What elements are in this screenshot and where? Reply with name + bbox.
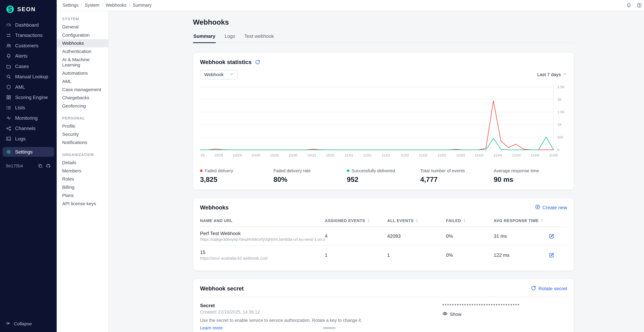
version-row: 9e175b4 [0,157,57,168]
stat-label: Total number of events [420,168,494,173]
stat-failed-delivery: Failed delivery3,825 [200,168,274,183]
channels-icon [6,126,11,131]
edit-webhook-button[interactable] [549,233,554,239]
settings-nav-item-webhooks[interactable]: Webhooks [57,39,108,47]
right-region: Settings/System/Webhooks/Summary SYSTEMG… [57,0,644,332]
sidebar-item-customers[interactable]: Customers [0,41,57,50]
refresh-statistics-button[interactable] [255,59,260,65]
sidebar-item-settings[interactable]: Settings [2,147,54,157]
settings-nav-item-members[interactable]: Members [57,167,108,175]
webhook-name: Perf Test Webhook [200,231,325,236]
rotate-secret-button[interactable]: Rotate secret [531,285,567,292]
settings-nav-item-security[interactable]: Security [57,130,108,139]
edit-icon [549,233,554,239]
settings-nav-item-details[interactable]: Details [57,159,108,167]
sidebar-item-dashboard[interactable]: Dashboard [0,20,57,30]
column-header-all-events[interactable]: ALL EVENTS [387,215,446,227]
settings-nav-item-roles[interactable]: Roles [57,175,108,183]
sidebar-item-lists[interactable]: Lists [0,103,57,113]
settings-nav-item-billing[interactable]: Billing [57,183,108,191]
stat-value: 80% [274,175,347,183]
dashboard-icon [6,22,11,28]
sidebar-item-label: Cases [15,64,29,69]
svg-text:11/02: 11/02 [400,153,409,157]
lists-icon [6,105,11,110]
breadcrumb-item-settings[interactable]: Settings [62,3,78,8]
create-new-label: Create new [542,205,567,210]
tab-logs[interactable]: Logs [224,32,236,43]
rotate-secret-label: Rotate secret [538,286,567,291]
table-row: Perf Test Webhookhttps://uqkge3deeyep7be… [200,227,567,246]
date-range-select[interactable]: Last 7 days [537,72,567,77]
version-label: 9e175b4 [6,164,23,168]
tab-summary[interactable]: Summary [193,32,216,43]
svg-text:10/30: 10/30 [252,153,260,157]
sidebar-item-channels[interactable]: Channels [0,124,57,133]
settings-nav-item-chargebacks[interactable]: Chargebacks [57,94,108,102]
sidebar-item-label: Scoring Engine [15,95,48,100]
svg-text:2.5K: 2.5K [557,85,565,89]
sidebar-item-manual-lookup[interactable]: Manual Lookup [0,72,57,82]
statistics-title: Webhook statistics [200,59,252,65]
app: SEON DashboardTransactionsCustomersAlert… [0,0,644,332]
show-secret-button[interactable]: Show [442,311,461,318]
column-header-avg-response-time[interactable]: AVG RESPONSE TIME [494,215,549,227]
settings-nav-item-plans[interactable]: Plans [57,191,108,200]
sidebar-spacer [0,168,57,317]
sidebar-item-aml[interactable]: AML [0,82,57,92]
cases-icon [6,64,11,69]
sidebar-item-alerts[interactable]: Alerts [0,51,57,61]
create-new-button[interactable]: Create new [535,204,567,211]
column-header-failed[interactable]: FAILED [446,215,494,227]
sidebar-nav: DashboardTransactionsCustomersAlertsCase… [0,20,57,157]
copy-version-button[interactable] [38,164,43,168]
settings-nav-item-notifications[interactable]: Notifications [57,139,108,147]
breadcrumb-item-webhooks[interactable]: Webhooks [106,3,126,8]
sidebar-item-logs[interactable]: Logs [0,134,57,144]
settings-nav-item-automations[interactable]: Automations [57,69,108,77]
show-secret-label: Show [450,312,462,317]
settings-nav-item-profile[interactable]: Profile [57,122,108,130]
tab-test-webhook[interactable]: Test webhook [244,32,274,43]
settings-section-personal: PERSONALProfileSecurityNotifications [57,114,108,147]
svg-text:11/04: 11/04 [494,153,502,157]
sidebar-item-monitoring[interactable]: Monitoring [0,113,57,123]
column-header-assigned-events[interactable]: ASSIGNED EVENTS [325,215,387,227]
webhook-filter-select[interactable]: Webhook [200,70,238,79]
settings-nav-item-geofencing[interactable]: Geofencing [57,102,108,110]
collapse-icon [6,321,11,326]
settings-nav-item-ai-machine-learning[interactable]: AI & Machine Learning [57,56,108,69]
settings-nav-item-general[interactable]: General [57,23,108,31]
transactions-icon [6,33,11,38]
table-header-row: NAME AND URLASSIGNED EVENTSALL EVENTSFAI… [200,215,567,227]
drag-handle[interactable] [323,327,336,329]
sidebar-item-scoring-engine[interactable]: Scoring Engine [0,93,57,102]
stat-failed-delivery-rate: Failed delivery rate80% [274,168,347,183]
status-dot [347,169,350,172]
status-dot [200,169,202,172]
svg-text:10/29: 10/29 [233,153,242,157]
settings-nav-item-configuration[interactable]: Configuration [57,31,108,39]
github-button[interactable] [46,164,51,168]
settings-nav-item-authentication[interactable]: Authentication [57,47,108,56]
settings-nav-item-aml[interactable]: AML [57,77,108,86]
sidebar-item-label: Dashboard [15,22,39,28]
settings-nav-item-api-license-keys[interactable]: API license keys [57,199,108,208]
breadcrumb-item-summary[interactable]: Summary [133,3,152,8]
sidebar-item-cases[interactable]: Cases [0,61,57,71]
svg-text:11/03: 11/03 [475,153,484,157]
brand-logo[interactable]: SEON [0,0,57,18]
collapse-button[interactable]: Collapse [0,317,57,332]
learn-more-link[interactable]: Learn more [200,326,222,331]
webhook-url: https://uqkge3deeyep7beql4v6ikoxfy0qhtnm… [200,237,325,242]
webhooks-title: Webhooks [200,204,228,211]
settings-nav-item-case-management[interactable]: Case management [57,86,108,94]
help-button[interactable] [636,2,642,8]
breadcrumb-item-system[interactable]: System [85,3,100,8]
sidebar-item-transactions[interactable]: Transactions [0,30,57,40]
collapse-label: Collapse [14,321,32,327]
notifications-button[interactable] [626,2,632,8]
webhook-chart: 05001K1.5K2K2.5K2910/2910/2910/3010/3010… [200,84,568,162]
edit-webhook-button[interactable] [549,252,554,258]
secret-info: Secret Created: 22/10/2025, 14:36:12 Use… [200,303,413,331]
